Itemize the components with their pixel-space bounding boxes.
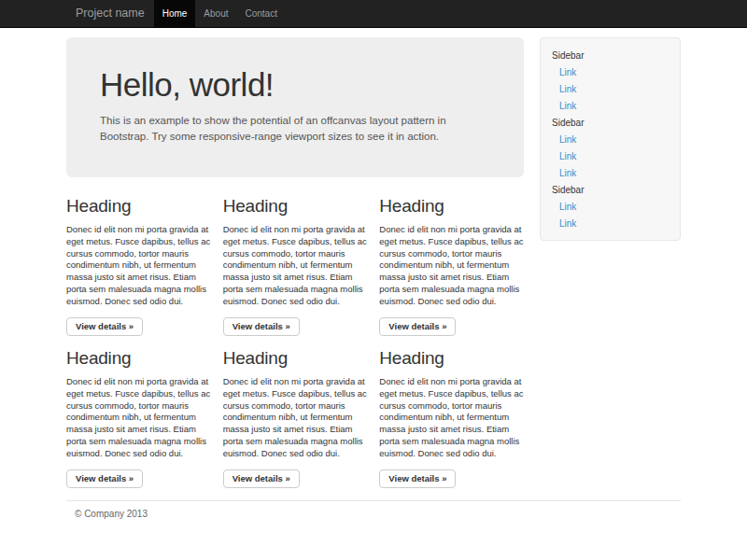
footer-copyright: © Company 2013	[66, 509, 681, 519]
cards-row-2: Heading Donec id elit non mi porta gravi…	[66, 348, 524, 488]
card-heading: Heading	[223, 196, 368, 217]
sidebar-heading: Sidebar	[541, 181, 680, 198]
card-body: Donec id elit non mi porta gravida at eg…	[223, 224, 368, 308]
feature-card: Heading Donec id elit non mi porta gravi…	[66, 196, 211, 336]
sidebar-link[interactable]: Link	[541, 147, 680, 164]
navbar-menu: Home About Contact	[154, 0, 286, 27]
feature-card: Heading Donec id elit non mi porta gravi…	[223, 348, 368, 488]
view-details-button[interactable]: View details »	[223, 469, 300, 488]
sidebar-link[interactable]: Link	[541, 63, 680, 80]
card-heading: Heading	[379, 196, 524, 217]
card-heading: Heading	[379, 348, 524, 369]
footer-divider	[66, 500, 681, 501]
sidebar-panel: Sidebar Link Link Link Sidebar Link Link…	[540, 37, 681, 241]
content-row: Hello, world! This is an example to show…	[66, 37, 681, 488]
nav-item-contact[interactable]: Contact	[236, 0, 285, 27]
navbar: Project name Home About Contact	[0, 0, 747, 28]
navbar-inner: Project name Home About Contact	[66, 0, 681, 27]
sidebar-heading: Sidebar	[541, 47, 680, 63]
card-body: Donec id elit non mi porta gravida at eg…	[379, 224, 524, 308]
card-body: Donec id elit non mi porta gravida at eg…	[223, 376, 368, 460]
view-details-button[interactable]: View details »	[379, 469, 456, 488]
feature-card: Heading Donec id elit non mi porta gravi…	[223, 196, 368, 336]
brand-link[interactable]: Project name	[66, 0, 154, 27]
sidebar-link[interactable]: Link	[541, 80, 680, 97]
sidebar-link[interactable]: Link	[541, 97, 680, 114]
card-body: Donec id elit non mi porta gravida at eg…	[66, 224, 211, 308]
card-heading: Heading	[223, 348, 368, 369]
view-details-button[interactable]: View details »	[223, 317, 300, 336]
sidebar-link[interactable]: Link	[541, 198, 680, 215]
view-details-button[interactable]: View details »	[66, 317, 143, 336]
card-body: Donec id elit non mi porta gravida at eg…	[379, 376, 524, 460]
card-heading: Heading	[66, 196, 211, 217]
main-column: Hello, world! This is an example to show…	[66, 37, 524, 488]
view-details-button[interactable]: View details »	[379, 317, 456, 336]
feature-card: Heading Donec id elit non mi porta gravi…	[379, 348, 524, 488]
jumbotron-title: Hello, world!	[100, 66, 490, 104]
jumbotron-lead: This is an example to show the potential…	[100, 113, 490, 145]
sidebar-link[interactable]: Link	[541, 131, 680, 147]
feature-card: Heading Donec id elit non mi porta gravi…	[66, 348, 211, 488]
nav-item-about[interactable]: About	[195, 0, 236, 27]
sidebar-link[interactable]: Link	[541, 215, 680, 231]
page-container: Hello, world! This is an example to show…	[66, 37, 681, 519]
card-heading: Heading	[66, 348, 211, 369]
sidebar-heading: Sidebar	[541, 114, 680, 131]
view-details-button[interactable]: View details »	[66, 469, 143, 488]
cards-row-1: Heading Donec id elit non mi porta gravi…	[66, 196, 524, 336]
nav-item-home[interactable]: Home	[154, 0, 196, 27]
card-body: Donec id elit non mi porta gravida at eg…	[66, 376, 211, 460]
feature-card: Heading Donec id elit non mi porta gravi…	[379, 196, 524, 336]
jumbotron: Hello, world! This is an example to show…	[66, 37, 524, 177]
sidebar-link[interactable]: Link	[541, 164, 680, 181]
